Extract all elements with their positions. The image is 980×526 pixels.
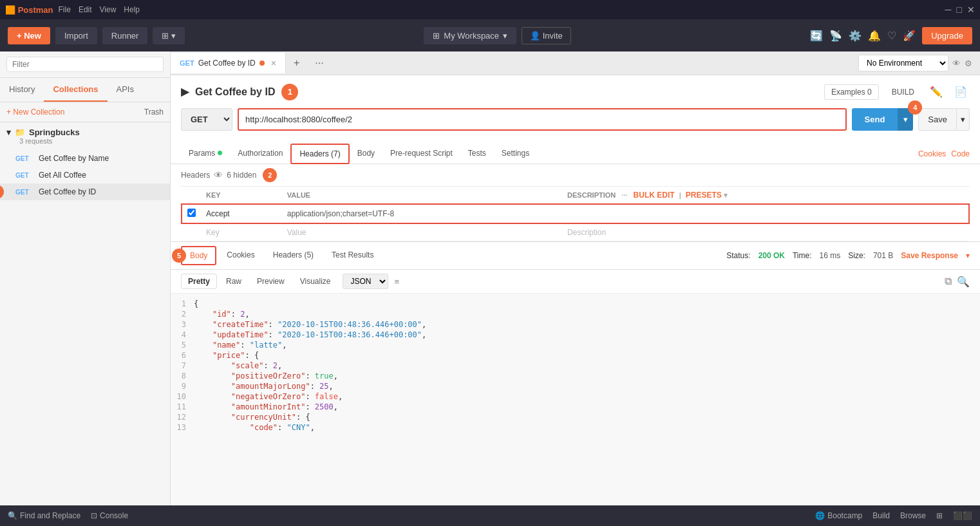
tab-modified-dot — [259, 61, 265, 66]
accept-checkbox[interactable] — [187, 209, 196, 217]
env-area: No Environment 👁 ⚙ — [851, 55, 980, 71]
build-button[interactable]: BUILD — [885, 85, 921, 99]
new-button[interactable]: + New — [8, 27, 50, 44]
method-badge-get: GET — [15, 189, 33, 196]
res-tab-cookies[interactable]: Cookies — [219, 247, 262, 265]
new-collection-button[interactable]: + New Collection — [6, 108, 64, 117]
maximize-button[interactable]: □ — [957, 5, 962, 15]
layout-icon[interactable]: ⬛⬛ — [953, 511, 972, 520]
req-tab-headers[interactable]: Headers (7) — [290, 144, 349, 164]
tab-close-button[interactable]: × — [271, 58, 276, 68]
tab-more-button[interactable]: ··· — [307, 52, 331, 74]
edit-icon-button[interactable]: ✏️ — [927, 83, 945, 100]
save-group: Save ▾ — [918, 108, 970, 131]
invite-button[interactable]: 👤 Invite — [522, 27, 571, 44]
expand-icon[interactable]: ▶ — [181, 86, 189, 98]
import-button[interactable]: Import — [55, 27, 97, 44]
params-dot — [218, 151, 222, 155]
collection-name: Springbucks — [29, 127, 80, 137]
save-dropdown-button[interactable]: ▾ — [957, 108, 970, 131]
save-response-dropdown[interactable]: ▾ — [966, 251, 970, 260]
status-bar-left: 🔍 Find and Replace ⊡ Console — [8, 511, 128, 520]
workspace-button[interactable]: ⊞ My Workspace ▾ — [424, 27, 516, 44]
runner-button[interactable]: Runner — [102, 27, 148, 44]
code-link[interactable]: Code — [951, 149, 970, 158]
menu-file[interactable]: File — [59, 5, 71, 14]
request-item-coffee-name[interactable]: GET Get Coffee by Name — [0, 150, 170, 167]
save-response-button[interactable]: Save Response — [901, 251, 958, 260]
notifications-icon[interactable]: 🔔 — [868, 30, 881, 42]
active-request-tab[interactable]: GET Get Coffee by ID × — [171, 53, 286, 73]
placeholder-key[interactable]: Key — [201, 223, 282, 241]
status-label: Status: — [726, 251, 750, 260]
wrap-icon[interactable]: ≡ — [395, 277, 400, 286]
menu-view[interactable]: View — [100, 5, 117, 14]
sidebar-tab-collections[interactable]: Collections — [44, 78, 107, 102]
sidebar-filter-area — [0, 52, 170, 78]
request-item-all-coffee[interactable]: GET Get All Coffee — [0, 167, 170, 183]
eye-icon[interactable]: 👁 — [214, 170, 223, 180]
request-item-coffee-id[interactable]: 3 GET Get Coffee by ID — [0, 183, 170, 200]
layout-button[interactable]: ⊞ ▾ — [153, 27, 185, 44]
value-cell[interactable]: application/json;charset=UTF-8 — [282, 204, 562, 223]
env-settings-icon[interactable]: ⚙ — [965, 59, 972, 68]
format-select[interactable]: JSON — [343, 274, 388, 289]
req-tab-tests[interactable]: Tests — [460, 144, 494, 164]
close-button[interactable]: ✕ — [967, 5, 975, 15]
eye-env-icon[interactable]: 👁 — [952, 59, 961, 68]
send-button[interactable]: Send — [852, 108, 898, 131]
rocket-icon[interactable]: 🚀 — [903, 30, 916, 42]
console-link[interactable]: ⊡ Console — [91, 511, 128, 520]
environment-select[interactable]: No Environment — [858, 55, 948, 71]
step-1-badge: 1 — [281, 84, 298, 100]
find-replace-link[interactable]: 🔍 Find and Replace — [8, 511, 80, 520]
view-tab-pretty[interactable]: Pretty — [181, 274, 217, 289]
presets-link[interactable]: Presets — [686, 191, 722, 200]
view-tab-visualize[interactable]: Visualize — [294, 274, 337, 288]
response-area: Body 5 Cookies Headers (5) Test Results … — [171, 241, 980, 505]
key-cell[interactable]: Accept — [201, 204, 282, 223]
search-button[interactable]: 🔍 — [957, 276, 970, 288]
heart-icon[interactable]: ♡ — [887, 30, 896, 42]
minimize-button[interactable]: ─ — [945, 5, 952, 15]
sidebar-tab-history[interactable]: History — [0, 78, 44, 102]
checkbox-cell[interactable] — [182, 204, 201, 223]
trash-button[interactable]: Trash — [144, 108, 164, 117]
method-select[interactable]: GET — [181, 108, 232, 131]
sidebar-tab-apis[interactable]: APIs — [108, 78, 143, 102]
tab-add-button[interactable]: + — [286, 52, 307, 74]
save-button[interactable]: Save — [918, 108, 957, 131]
browse-link[interactable]: Browse — [900, 511, 926, 520]
menu-help[interactable]: Help — [124, 5, 140, 14]
req-tab-settings[interactable]: Settings — [494, 144, 537, 164]
view-tab-preview[interactable]: Preview — [250, 274, 291, 288]
headers-label: Headers — [181, 171, 210, 180]
req-tab-body[interactable]: Body — [350, 144, 382, 164]
copy-button[interactable]: ⧉ — [945, 276, 952, 288]
grid-icon[interactable]: ⊞ — [936, 511, 943, 520]
sync-icon[interactable]: 🔄 — [810, 30, 823, 42]
filter-input[interactable] — [6, 57, 164, 72]
res-tab-body[interactable]: Body 5 — [181, 246, 216, 265]
view-tab-raw[interactable]: Raw — [220, 274, 248, 288]
step-3-badge: 3 — [0, 185, 4, 199]
req-tab-authorization[interactable]: Authorization — [230, 144, 290, 164]
doc-icon-button[interactable]: 📄 — [952, 83, 970, 100]
bulk-edit-link[interactable]: Bulk Edit — [634, 191, 675, 200]
radio-icon[interactable]: 📡 — [829, 30, 842, 42]
settings-icon[interactable]: ⚙️ — [849, 30, 862, 42]
res-tab-test-results[interactable]: Test Results — [324, 247, 381, 265]
bootcamp-link[interactable]: 🌐 Bootcamp — [815, 511, 862, 520]
cookies-link[interactable]: Cookies — [918, 149, 946, 158]
req-tab-params[interactable]: Params — [181, 144, 230, 164]
url-input[interactable] — [238, 108, 847, 131]
placeholder-value[interactable]: Value — [282, 223, 562, 241]
build-link[interactable]: Build — [872, 511, 890, 520]
menu-edit[interactable]: Edit — [79, 5, 92, 14]
collection-springbucks[interactable]: ▾ 📁 Springbucks 3 requests — [0, 122, 170, 150]
examples-button[interactable]: Examples 0 — [824, 84, 879, 100]
req-tab-prerequest[interactable]: Pre-request Script — [382, 144, 460, 164]
menu-bar: File Edit View Help — [59, 5, 140, 14]
upgrade-button[interactable]: Upgrade — [922, 27, 972, 44]
res-tab-headers[interactable]: Headers (5) — [265, 247, 321, 265]
